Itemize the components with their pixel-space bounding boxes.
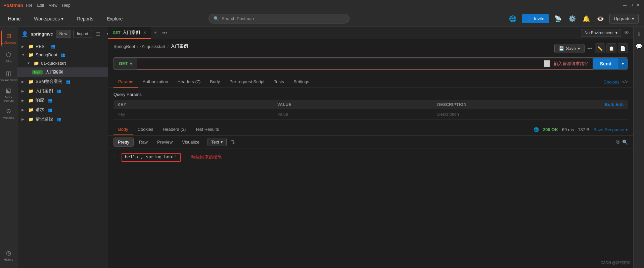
url-input[interactable]: http://localhost:8080/books/1 bbox=[137, 58, 544, 69]
method-selector[interactable]: GET ▾ bbox=[114, 58, 137, 69]
tab-close-button[interactable]: ✕ bbox=[143, 31, 146, 35]
close-button[interactable]: ✕ bbox=[637, 3, 641, 7]
cookies-link[interactable]: Cookies bbox=[604, 79, 619, 85]
response-time: 69 ms bbox=[562, 127, 574, 132]
tree-item-ssm[interactable]: ▶ 📁 SSM整合案例 👥 bbox=[17, 77, 108, 86]
import-button[interactable]: Import bbox=[73, 30, 92, 38]
save-response-button[interactable]: Save Response ▾ bbox=[593, 127, 628, 132]
description-input[interactable] bbox=[437, 112, 594, 117]
upgrade-button[interactable]: Upgrade ▾ bbox=[609, 14, 639, 23]
response-tab-headers[interactable]: Headers (3) bbox=[158, 124, 191, 135]
nav-home[interactable]: Home bbox=[5, 15, 23, 23]
menu-file[interactable]: File bbox=[26, 3, 32, 8]
tree-item-req-path[interactable]: ▶ 📁 请求路径 👥 bbox=[17, 114, 108, 124]
environment-selector[interactable]: No Environment ▾ bbox=[581, 29, 621, 37]
breadcrumb-quickstart[interactable]: 01-quickstart bbox=[140, 44, 165, 49]
response-tab-cookies[interactable]: Cookies bbox=[133, 124, 158, 135]
sidebar-item-history[interactable]: ◷ History bbox=[1, 247, 16, 264]
settings-icon-btn[interactable]: ⚙️ bbox=[567, 14, 577, 24]
value-input[interactable] bbox=[277, 112, 434, 117]
new-tab-button[interactable]: + bbox=[151, 27, 159, 39]
search-body-button[interactable]: 🔍 bbox=[622, 140, 628, 145]
body-tab-pretty[interactable]: Pretty bbox=[113, 138, 134, 147]
value-cell[interactable] bbox=[277, 112, 434, 117]
nav-workspaces[interactable]: Workspaces ▾ bbox=[31, 15, 66, 23]
note-icon-btn[interactable]: 📋 bbox=[606, 43, 616, 53]
tree-item-rest[interactable]: ▶ 📁 REST 👥 bbox=[17, 42, 108, 51]
radio-icon-btn[interactable]: 📡 bbox=[553, 14, 563, 24]
req-tab-headers[interactable]: Headers (7) bbox=[173, 76, 205, 88]
key-cell[interactable] bbox=[118, 112, 275, 117]
tree-item-intro-folder[interactable]: ▶ 📁 入门案例 👥 bbox=[17, 86, 108, 96]
sidebar-item-label: Environments bbox=[0, 78, 18, 82]
key-header: KEY bbox=[118, 102, 275, 107]
doc-icon-btn[interactable]: 📄 bbox=[618, 43, 628, 53]
req-tab-body[interactable]: Body bbox=[205, 76, 225, 88]
send-button[interactable]: Send bbox=[593, 58, 618, 69]
maximize-button[interactable]: ❐ bbox=[630, 3, 634, 7]
menu-edit[interactable]: Edit bbox=[37, 3, 44, 8]
tree-item-intro-request[interactable]: GET 入门案例 bbox=[17, 67, 108, 77]
minimize-button[interactable]: — bbox=[623, 3, 627, 7]
tree-item-response[interactable]: ▶ 📁 响应 👥 bbox=[17, 96, 108, 105]
avatar-icon-btn[interactable]: 👁️ bbox=[595, 14, 605, 24]
folder-icon: 📁 bbox=[28, 52, 34, 57]
nav-explore[interactable]: Explore bbox=[104, 15, 125, 23]
code-link[interactable]: </> bbox=[622, 79, 628, 85]
response-tab-body[interactable]: Body bbox=[113, 124, 133, 135]
list-icon-btn[interactable]: ☰ bbox=[94, 30, 103, 38]
sidebar-item-monitors[interactable]: ⊙ Monitors bbox=[1, 105, 16, 122]
body-tab-raw[interactable]: Raw bbox=[135, 138, 152, 146]
environment-eye-button[interactable]: 👁 bbox=[624, 30, 629, 36]
save-button[interactable]: 💾 Save ▾ bbox=[554, 44, 585, 53]
menu-bar[interactable]: File Edit View Help bbox=[26, 3, 71, 8]
tree-label: REST bbox=[36, 44, 47, 49]
new-button[interactable]: New bbox=[56, 30, 71, 38]
response-tab-test-results[interactable]: Test Results bbox=[190, 124, 224, 135]
description-cell[interactable] bbox=[437, 112, 594, 117]
notifications-icon-btn[interactable]: 🔔 bbox=[581, 14, 591, 24]
more-tabs-button[interactable]: ••• bbox=[159, 28, 170, 38]
info-icon-btn[interactable]: ℹ bbox=[634, 30, 644, 39]
globe-icon: 🌐 bbox=[534, 127, 539, 132]
breadcrumb-springboot[interactable]: SpringBoot bbox=[113, 44, 135, 49]
bulk-edit-btn[interactable]: Bulk Edit bbox=[597, 102, 624, 107]
body-tab-visualize[interactable]: Visualize bbox=[178, 138, 203, 146]
tree-item-springboot[interactable]: ▼ 📁 SpringBoot 👥 bbox=[17, 51, 108, 59]
tab-intro[interactable]: GET 入门案例 ✕ bbox=[108, 27, 151, 39]
filter-button[interactable]: ⇅ bbox=[231, 139, 235, 145]
window-controls[interactable]: — ❐ ✕ bbox=[623, 3, 641, 7]
send-dropdown-button[interactable]: ▾ bbox=[618, 58, 628, 69]
more-options-button[interactable]: ••• bbox=[587, 46, 592, 51]
edit-icon-btn[interactable]: ✏️ bbox=[595, 43, 605, 53]
sidebar-item-mock-servers[interactable]: ⬕ Mock Servers bbox=[1, 86, 16, 103]
menu-help[interactable]: Help bbox=[62, 3, 71, 8]
cloud-icon-btn[interactable]: 🌐 bbox=[508, 14, 518, 24]
body-tab-preview[interactable]: Preview bbox=[153, 138, 177, 146]
copy-button[interactable]: ⧉ bbox=[616, 139, 619, 145]
team-icon: 👥 bbox=[48, 108, 52, 112]
menu-view[interactable]: View bbox=[49, 3, 57, 8]
breadcrumb: SpringBoot / 01-quickstart / 入门案例 bbox=[113, 43, 188, 49]
tree-item-quickstart[interactable]: ▼ 📁 01-quickstart bbox=[17, 59, 108, 67]
code-content: hello , spring boot! 响应回来的结果 bbox=[122, 153, 222, 264]
params-header: KEY VALUE DESCRIPTION Bulk Edit bbox=[113, 100, 628, 109]
comment-icon-btn[interactable]: 💬 bbox=[634, 42, 644, 51]
sidebar-item-environments[interactable]: ◫ Environments bbox=[1, 67, 16, 85]
params-table: KEY VALUE DESCRIPTION Bulk Edit bbox=[113, 100, 628, 120]
nav-reports[interactable]: Reports bbox=[74, 15, 96, 23]
tree-item-req[interactable]: ▶ 📁 请求 👥 bbox=[17, 105, 108, 114]
query-params-title: Query Params bbox=[113, 92, 628, 97]
req-tab-settings[interactable]: Settings bbox=[289, 76, 314, 88]
team-icon: 👥 bbox=[51, 44, 55, 49]
req-tab-authorization[interactable]: Authorization bbox=[138, 76, 173, 88]
text-format-selector[interactable]: Text ▾ bbox=[208, 138, 227, 146]
search-bar[interactable]: 🔍 Search Postman bbox=[209, 14, 350, 23]
key-input[interactable] bbox=[118, 112, 275, 117]
req-tab-pre-request[interactable]: Pre-request Script bbox=[225, 76, 269, 88]
req-tab-tests[interactable]: Tests bbox=[269, 76, 289, 88]
sidebar-item-collections[interactable]: ⊞ Collections bbox=[1, 30, 16, 47]
req-tab-params[interactable]: Params bbox=[113, 76, 138, 88]
invite-button[interactable]: 👤 Invite bbox=[522, 14, 549, 23]
sidebar-item-apis[interactable]: ⬡ APIs bbox=[1, 48, 16, 66]
